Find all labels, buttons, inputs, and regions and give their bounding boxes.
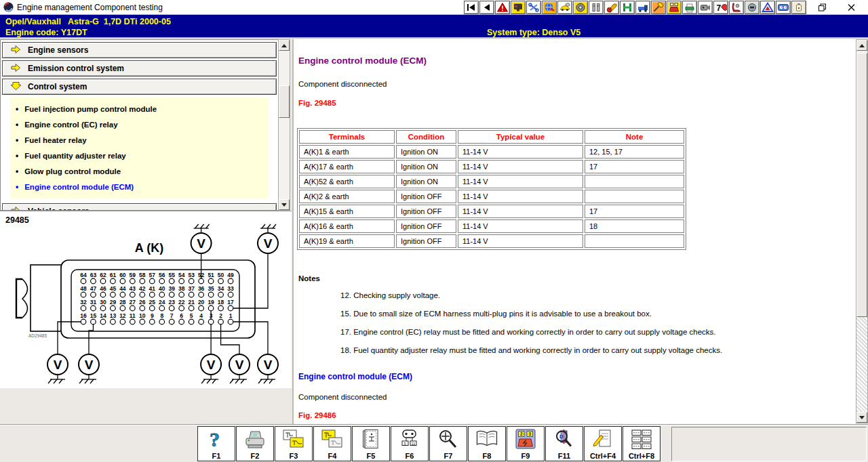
fkey-f5-button[interactable]: F5 (352, 426, 390, 461)
fkey-f2-button[interactable]: F2 (236, 426, 274, 461)
nav-first-button[interactable] (464, 1, 479, 14)
section-label: Engine sensors (28, 45, 88, 55)
bullet-icon: • (16, 105, 18, 113)
fkey-label: F2 (251, 452, 260, 460)
car-mouse-button[interactable] (557, 1, 572, 14)
fkey-ctrl-f8-button[interactable]: Ctrl+F8 (623, 426, 660, 461)
fkey-f9-button[interactable]: 23F9 (507, 426, 545, 461)
sidebar-item-fuel-heater-relay[interactable]: •Fuel heater relay (10, 132, 269, 148)
abs-button[interactable] (745, 1, 760, 14)
wheel-button[interactable] (573, 1, 588, 14)
towing-button[interactable] (635, 1, 650, 14)
fkey-label: F1 (212, 452, 221, 460)
sidebar-section-engine-sensors[interactable]: Engine sensors (2, 42, 277, 58)
seat-button[interactable] (729, 1, 744, 14)
table-cell: A(K)17 & earth (299, 160, 395, 173)
service-interval-button[interactable]: 7 (713, 1, 728, 14)
hazard-button[interactable] (760, 1, 775, 14)
suspension-icon (590, 2, 602, 13)
fkey-f11-button[interactable]: DF11 (545, 426, 583, 461)
table-cell: A(K)15 & earth (299, 205, 395, 218)
fkey-f1-button[interactable]: ?F1 (197, 426, 235, 461)
monitor-button[interactable] (511, 1, 526, 14)
fkey-f4-button[interactable]: F4 (313, 426, 351, 461)
svg-text:2: 2 (219, 312, 222, 319)
sidebar-section-vehicle-sensors[interactable]: Vehicle sensors (2, 203, 277, 211)
printer-button[interactable] (682, 1, 697, 14)
ecu-pins-button[interactable] (667, 1, 682, 14)
sidebar-item-fuel-quantity-adjuster-relay[interactable]: •Fuel quantity adjuster relay (10, 148, 269, 163)
fkey-f8-button[interactable]: F8 (468, 426, 506, 461)
bullet-icon: • (16, 183, 18, 191)
vehicle-lift-icon (621, 2, 633, 13)
svg-text:55: 55 (168, 272, 175, 278)
diagram-panel: A (K)AD294856463626160595857565554535251… (0, 211, 292, 388)
svg-text:AD29485: AD29485 (28, 333, 47, 338)
nav-back-button[interactable] (479, 1, 494, 14)
globe-button[interactable] (542, 1, 557, 14)
svg-text:31: 31 (90, 299, 97, 306)
fkey-ctrl-f4-button[interactable]: Ctrl+F4 (584, 426, 622, 461)
figure-number: 29485 (5, 215, 29, 225)
manual-icon (475, 428, 499, 450)
table-row: A(K)1 & earthIgnition ON11-14 V12, 15, 1… (299, 145, 684, 159)
svg-text:V: V (207, 358, 216, 372)
camera-button[interactable] (698, 1, 713, 14)
fkey-label: F11 (558, 452, 570, 460)
svg-text:V: V (85, 358, 94, 372)
vehicle-header: Opel/Vauxhall Astra-G 1,7D DTi 2000-05 E… (0, 15, 868, 39)
spanners-button[interactable] (526, 1, 541, 14)
nav-back-icon (481, 2, 493, 13)
connector-diagram: A (K)AD294856463626160595857565554535251… (0, 211, 292, 389)
sidebar-item-engine-control-ec-relay[interactable]: •Engine control (EC) relay (10, 117, 269, 132)
scrollbar-thumb[interactable] (856, 53, 867, 317)
sidebar-item-engine-control-module-ecm[interactable]: •Engine control module (ECM) (10, 179, 269, 194)
svg-text:5: 5 (190, 312, 193, 319)
fkey-label: F6 (406, 452, 414, 460)
restore-window-button[interactable] (816, 2, 828, 12)
scroll-down-button[interactable] (279, 199, 290, 210)
scroll-up-button[interactable] (856, 40, 867, 51)
table-row: A(K)2 & earthIgnition OFF11-14 V (299, 190, 684, 203)
note-item: 15. Due to small size of ECM harness mul… (340, 310, 722, 328)
sidebar-item-fuel-injection-pump-control-module[interactable]: •Fuel injection pump control module (10, 101, 269, 117)
table-cell: Ignition ON (396, 175, 456, 188)
column-header-condition: Condition (396, 130, 456, 144)
suspension-button[interactable] (589, 1, 604, 14)
fkey-f7-button[interactable]: F7 (429, 426, 467, 461)
scrollbar-thumb[interactable] (279, 85, 290, 118)
svg-text:20: 20 (198, 299, 205, 306)
app-window: Engine management Component testing 7 Op… (0, 0, 868, 462)
svg-text:27: 27 (130, 299, 136, 306)
sidebar-section-control-system[interactable]: Control system (2, 79, 277, 95)
hazard-icon (762, 2, 774, 13)
close-window-button[interactable] (845, 2, 857, 12)
svg-text:52: 52 (198, 272, 205, 278)
fkey-f3-button[interactable]: F3 (275, 426, 313, 461)
next-component-link[interactable]: Engine control module (ECM) (298, 372, 412, 381)
scroll-up-button[interactable] (279, 40, 290, 51)
vehicle-lift-button[interactable] (620, 1, 635, 14)
scroll-down-button[interactable] (856, 412, 867, 423)
sidebar-section-emission-control-system[interactable]: Emission control system (2, 60, 277, 77)
timing-tools-button[interactable] (604, 1, 619, 14)
svg-text:61: 61 (110, 272, 117, 278)
table-cell: 11-14 V (458, 205, 583, 218)
soldering-iron-button[interactable] (651, 1, 666, 14)
svg-text:7: 7 (170, 312, 174, 319)
warning-button[interactable] (495, 1, 510, 14)
svg-text:6: 6 (180, 312, 183, 319)
note-item: 17. Engine control (EC) relay must be fi… (340, 328, 722, 346)
svg-text:V: V (264, 236, 273, 251)
sidebar-item-glow-plug-control-module[interactable]: •Glow plug control module (10, 163, 269, 179)
table-cell: 17 (585, 205, 684, 218)
battery-button[interactable] (791, 1, 806, 14)
sidebar-item-label: Glow plug control module (24, 167, 121, 175)
scrollbar-track[interactable] (856, 317, 867, 413)
svg-text:10: 10 (139, 312, 146, 319)
dashboard-button[interactable] (776, 1, 791, 14)
fkey-f6-button[interactable]: 511F6 (391, 426, 429, 461)
content-pane: Engine control module (ECM) Component di… (292, 39, 856, 425)
svg-text:48: 48 (80, 285, 87, 292)
table-cell: A(K)2 & earth (299, 190, 395, 203)
